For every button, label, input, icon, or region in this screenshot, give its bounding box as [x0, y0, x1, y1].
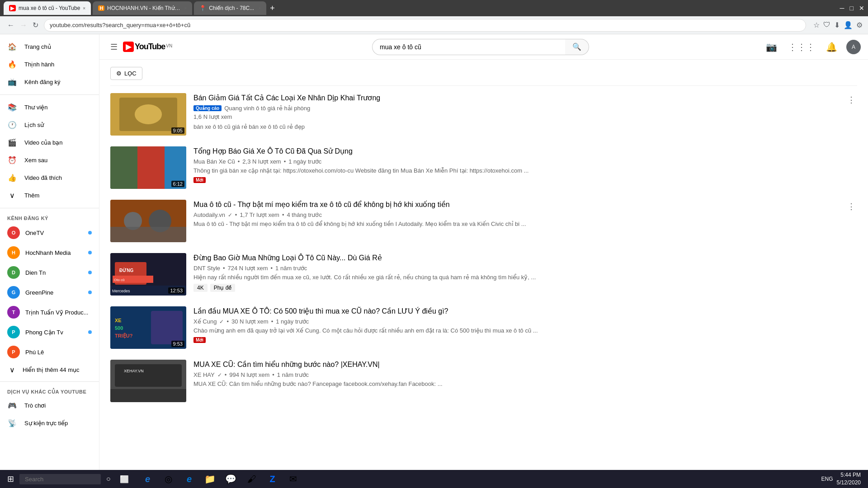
- sidebar-item-home[interactable]: 🏠 Trang chủ: [0, 38, 99, 56]
- svg-text:500: 500: [115, 325, 123, 331]
- channel-name-hocnhanh: HocNhanh Media: [25, 249, 83, 256]
- minimize-button[interactable]: ─: [840, 5, 844, 12]
- taskbar-app-explorer[interactable]: 📁: [200, 470, 220, 488]
- close-button[interactable]: ✕: [859, 5, 864, 12]
- bullet-2b: •: [284, 158, 286, 165]
- cortana-icon[interactable]: ○: [103, 473, 114, 485]
- window-controls: ─ □ ✕: [840, 5, 864, 12]
- channel-item-trinh-tuan[interactable]: T Trịnh Tuấn Vỹ Produc...: [0, 302, 99, 322]
- tab-title-hocnhanh: HOCNHANH.VN - Kiến Thức...: [107, 5, 181, 11]
- tab-maps[interactable]: 📍 Chiến dịch - 78C... ×: [194, 1, 266, 15]
- sidebar-item-watch-later[interactable]: ⏰ Xem sau: [0, 151, 99, 169]
- back-button[interactable]: ←: [5, 19, 16, 31]
- sidebar-item-subscriptions[interactable]: 📺 Kênh đăng ký: [0, 73, 99, 91]
- video-title-5[interactable]: Lần đầu MUA XE Ô TÔ: Có 500 triệu thì mu…: [193, 306, 857, 316]
- thumbnail-2[interactable]: 6:12: [110, 146, 186, 189]
- show-more-channels[interactable]: ∨ Hiển thị thêm 44 mục: [0, 362, 99, 378]
- thumbnail-5[interactable]: XE 500 TRIỆU? 9:53: [110, 306, 186, 349]
- search-button[interactable]: 🔍: [565, 39, 589, 55]
- tab-hocnhanh[interactable]: H HOCNHANH.VN - Kiến Thức... ×: [93, 1, 192, 15]
- taskbar-app-zalo[interactable]: Z: [263, 470, 283, 488]
- video-title-3[interactable]: Mua ô tô cũ - Thợ bật mí mẹo kiểm tra xe…: [193, 200, 845, 210]
- tab-close-youtube[interactable]: ×: [83, 6, 85, 11]
- taskbar-app-mail[interactable]: ✉: [283, 470, 303, 488]
- tab-close-hocnhanh[interactable]: ×: [184, 6, 187, 11]
- channel-item-greenpine[interactable]: G GreenPine: [0, 282, 99, 302]
- channel-name-3[interactable]: Autodaily.vn: [193, 211, 225, 218]
- channel-item-onetv[interactable]: O OneTV: [0, 223, 99, 243]
- camera-button[interactable]: 📷: [764, 40, 779, 54]
- avatar-text: A: [852, 44, 855, 50]
- svg-text:XE: XE: [115, 318, 122, 323]
- profile-icon[interactable]: 👤: [844, 21, 853, 29]
- thumbnail-4[interactable]: ĐỪNG Oto cũ Mercedes 12:53: [110, 253, 186, 296]
- hamburger-menu[interactable]: ☰: [107, 38, 121, 56]
- add-tab-button[interactable]: +: [270, 4, 275, 13]
- start-button[interactable]: ⊞: [4, 474, 18, 484]
- thumbnail-1[interactable]: 9:05: [110, 93, 186, 136]
- channel-avatar-phu-le: P: [7, 346, 20, 358]
- extensions-icon[interactable]: ⚙: [856, 21, 863, 29]
- chevron-down-icon-channels: ∨: [7, 366, 17, 374]
- video-desc-4: Hiện nay rất nhiều người tìm đến mua xe …: [193, 273, 857, 282]
- avatar-button[interactable]: A: [846, 40, 861, 54]
- thumbnail-6[interactable]: XEHAY.VN: [110, 360, 186, 402]
- search-input[interactable]: [372, 39, 565, 55]
- taskbar-app-ie[interactable]: e: [138, 470, 158, 488]
- sidebar-item-more[interactable]: ∨ Thêm: [0, 187, 99, 204]
- video-title-1[interactable]: Bán Giảm Giá Tất Cả Các Loại Xe Nhân Dịp…: [193, 93, 845, 103]
- svg-rect-26: [110, 389, 186, 402]
- channel-name-2[interactable]: Mua Bán Xe Cũ: [193, 158, 235, 165]
- video-title-4[interactable]: Đừng Bao Giờ Mua Những Loại Ô Tô Cũ Này.…: [193, 253, 857, 263]
- sidebar-item-trending[interactable]: 🔥 Thịnh hành: [0, 56, 99, 73]
- taskbar-app-paint[interactable]: 🖌: [242, 470, 262, 488]
- sidebar-item-games[interactable]: 🎮 Trò chơi: [0, 397, 99, 414]
- video-stats-1: 1,6 N lượt xem: [193, 113, 845, 120]
- sidebar-item-your-videos[interactable]: 🎬 Video của bạn: [0, 134, 99, 151]
- more-options-button-1[interactable]: ⋮: [845, 93, 857, 107]
- sidebar-item-live[interactable]: 📡 Sự kiện trực tiếp: [0, 414, 99, 432]
- download-icon[interactable]: ⬇: [834, 21, 840, 29]
- svg-rect-4: [110, 146, 137, 189]
- notifications-button[interactable]: 🔔: [824, 40, 839, 54]
- video-title-2[interactable]: Tổng Hợp Báo Giá Xe Ô Tô Cũ Đã Qua Sử Dụ…: [193, 146, 857, 156]
- new-badge-5: Mới: [193, 337, 206, 343]
- sidebar-item-liked[interactable]: 👍 Video đã thích: [0, 169, 99, 187]
- channel-name-4[interactable]: DNT Style: [193, 265, 220, 272]
- video-title-6[interactable]: MUA XE CŨ: Cần tìm hiểu những bước nào? …: [193, 360, 857, 370]
- url-bar[interactable]: youtube.com/results?search_query=mua+xe+…: [44, 19, 806, 32]
- paint-icon: 🖌: [247, 474, 256, 484]
- channel-name-5[interactable]: Xế Cung: [193, 318, 217, 325]
- more-options-button-3[interactable]: ⋮: [845, 200, 857, 213]
- watch-later-icon: ⏰: [7, 156, 17, 164]
- channel-item-hocnhanh[interactable]: H HocNhanh Media: [0, 243, 99, 263]
- filter-button[interactable]: ⚙ LỌC: [110, 67, 142, 80]
- youtube-logo[interactable]: ▶ YouTube VN: [123, 42, 172, 52]
- channel-name-trinh-tuan: Trịnh Tuấn Vỹ Produc...: [25, 309, 92, 316]
- chrome-icon: ◎: [165, 474, 172, 484]
- thumb-image-6: XEHAY.VN: [110, 360, 186, 402]
- channel-name-dien-tn: Dien Tn: [25, 269, 83, 276]
- taskbar-search-input[interactable]: [19, 474, 101, 484]
- taskbar-app-messenger[interactable]: 💬: [221, 470, 241, 488]
- taskbar-app-edge[interactable]: e: [179, 470, 199, 488]
- channel-item-dien-tn[interactable]: D Dien Tn: [0, 263, 99, 282]
- channel-name-1[interactable]: Quang vinh ô tô giá rẻ hải phòng: [224, 105, 310, 112]
- apps-button[interactable]: ⋮⋮⋮: [786, 40, 817, 54]
- taskbar-app-chrome[interactable]: ◎: [159, 470, 179, 488]
- task-view-icon[interactable]: ⬜: [116, 473, 132, 485]
- bookmark-icon[interactable]: ☆: [813, 21, 820, 29]
- forward-button[interactable]: →: [18, 19, 29, 31]
- tab-youtube[interactable]: ▶ mua xe ô tô cũ - YouTube ×: [4, 1, 91, 15]
- sidebar-label-library: Thư viện: [24, 104, 47, 111]
- thumbnail-3[interactable]: [110, 200, 186, 242]
- channel-name-6[interactable]: XE HAY: [193, 371, 215, 378]
- maximize-button[interactable]: □: [850, 5, 854, 12]
- tab-close-maps[interactable]: ×: [258, 6, 261, 11]
- shield-icon[interactable]: 🛡: [823, 21, 830, 29]
- sidebar-item-library[interactable]: 📚 Thư viện: [0, 99, 99, 116]
- channel-item-phu-le[interactable]: P Phú Lê: [0, 342, 99, 362]
- sidebar-item-history[interactable]: 🕐 Lịch sử: [0, 116, 99, 134]
- reload-button[interactable]: ↻: [31, 19, 40, 31]
- channel-item-phong-can[interactable]: P Phong Cận Tv: [0, 322, 99, 342]
